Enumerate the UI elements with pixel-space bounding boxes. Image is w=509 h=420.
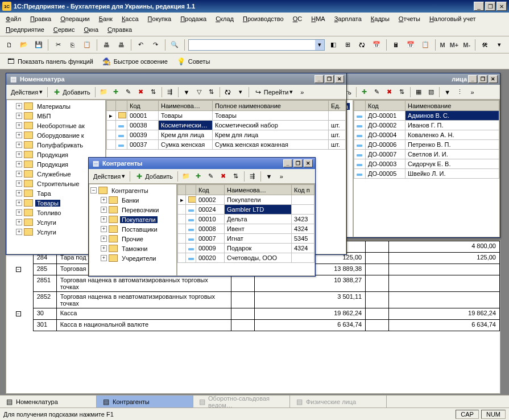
- table-row[interactable]: ДО-00005Швейко Л. И.: [354, 169, 499, 179]
- tree-node[interactable]: +Покупатели: [90, 215, 175, 224]
- hierarchy-icon[interactable]: ⇶: [164, 87, 176, 98]
- edit-icon[interactable]: ✎: [205, 171, 217, 182]
- maximize-button[interactable]: ❐: [325, 75, 334, 83]
- close-button[interactable]: ✕: [496, 2, 507, 11]
- tree-node[interactable]: +Полуфабрикать: [8, 140, 104, 150]
- paste-icon[interactable]: 📋: [81, 39, 93, 51]
- expand-icon[interactable]: +: [16, 229, 22, 235]
- tree-node[interactable]: +Оборудование к: [8, 130, 104, 140]
- menu-item[interactable]: Отчеты: [396, 15, 423, 23]
- expand-icon[interactable]: +: [101, 236, 107, 242]
- expand-icon[interactable]: +: [101, 197, 107, 203]
- window-tab[interactable]: ▤Контрагенты: [97, 396, 193, 407]
- settings-icon[interactable]: 🛠: [479, 39, 491, 51]
- tree-node[interactable]: +Материалы: [8, 101, 104, 111]
- maximize-button[interactable]: ❐: [478, 75, 487, 83]
- add-button[interactable]: ✚Добавить: [133, 171, 175, 182]
- calendar-icon[interactable]: 📅: [371, 39, 383, 51]
- tree-node[interactable]: +Таможни: [90, 244, 175, 253]
- counterparties-tree[interactable]: −Контрагенты+Банки+Перевозчики+Покупател…: [89, 184, 177, 276]
- filter-icon[interactable]: ▼: [442, 87, 453, 98]
- copy-icon[interactable]: ⎘: [67, 39, 78, 51]
- calendar2-icon[interactable]: 📅: [405, 39, 417, 51]
- table-row[interactable]: ДО-00001Админов В. С.: [354, 111, 499, 121]
- expand-icon[interactable]: +: [101, 216, 107, 223]
- expand-icon[interactable]: +: [16, 113, 22, 119]
- more-icon[interactable]: »: [296, 87, 308, 98]
- actions-menu[interactable]: Действия ▾: [91, 171, 127, 181]
- m-button[interactable]: M: [439, 42, 446, 48]
- table-row[interactable]: 00039Крем для лицаКрем для лицашт.: [107, 130, 346, 140]
- table-row[interactable]: 00024Gambler LTD: [178, 205, 314, 215]
- window-tab[interactable]: ▤Физические лица: [290, 396, 387, 407]
- tree-node[interactable]: +Перевозчики: [90, 205, 175, 215]
- delete-icon[interactable]: ✖: [218, 171, 229, 182]
- chevron-down-icon[interactable]: ▾: [494, 39, 506, 51]
- toolbar-icon[interactable]: ▧: [425, 87, 437, 98]
- search-combo[interactable]: ▾: [188, 39, 325, 51]
- table-row[interactable]: ▸00002Покупатели: [178, 195, 314, 205]
- tree-node[interactable]: +Банки: [90, 195, 175, 205]
- menu-item[interactable]: Склад: [213, 15, 236, 23]
- close-button[interactable]: ✕: [304, 159, 313, 167]
- cut-icon[interactable]: ✂: [52, 39, 64, 51]
- table-row[interactable]: ДО-00007Светлов И. И.: [354, 150, 499, 159]
- filter-icon[interactable]: ▼: [263, 171, 275, 182]
- menu-item[interactable]: Производство: [241, 15, 286, 23]
- refresh-icon[interactable]: 🗘: [222, 87, 234, 98]
- filter-off-icon[interactable]: ▽: [193, 87, 205, 98]
- add-icon[interactable]: ✚: [110, 87, 122, 98]
- menu-item[interactable]: Касса: [119, 15, 141, 23]
- expand-icon[interactable]: +: [101, 245, 107, 252]
- expand-icon[interactable]: +: [16, 103, 22, 109]
- menu-item[interactable]: Банк: [97, 15, 115, 23]
- table-row[interactable]: ДО-00004Коваленко А. Н.: [354, 130, 499, 140]
- menu-item[interactable]: Предприятие: [3, 26, 47, 34]
- menu-item[interactable]: Продажа: [178, 15, 209, 23]
- mark-icon[interactable]: ⇅: [230, 171, 242, 182]
- filter-icon[interactable]: ▼: [181, 87, 192, 98]
- expand-icon[interactable]: +: [16, 161, 22, 167]
- menu-item[interactable]: Файл: [3, 15, 23, 23]
- delete-icon[interactable]: ✖: [384, 87, 395, 98]
- refresh-icon[interactable]: 🗘: [356, 39, 368, 51]
- menu-item[interactable]: Налоговый учет: [427, 15, 478, 23]
- close-button[interactable]: ✕: [489, 75, 498, 83]
- tree-node[interactable]: +Поставщики: [90, 224, 175, 234]
- ledger-row[interactable]: 2852Торговая наценка в неавтоматизирован…: [6, 292, 500, 308]
- expand-icon[interactable]: +: [16, 180, 22, 187]
- chevron-down-icon[interactable]: ▾: [235, 87, 246, 98]
- table-row[interactable]: 00037Сумка женскаяСумка женская кожанная…: [107, 140, 346, 150]
- expand-icon[interactable]: +: [101, 226, 107, 232]
- calculator-icon[interactable]: 🖩: [390, 39, 402, 51]
- tree-node[interactable]: +Прочие: [90, 234, 175, 244]
- ledger-row[interactable]: 2851Торговая наценка в автоматизированны…: [6, 275, 500, 292]
- m-minus-button[interactable]: M-: [462, 42, 471, 48]
- more-icon[interactable]: »: [467, 87, 478, 98]
- tree-node[interactable]: +МБП: [8, 111, 104, 121]
- toolbar-icon[interactable]: ⋮: [454, 87, 466, 98]
- print-preview-icon[interactable]: 🖶: [115, 39, 127, 51]
- tree-node[interactable]: +Учредители: [90, 253, 175, 263]
- menu-item[interactable]: Сервис: [51, 26, 77, 34]
- window-tab[interactable]: ▤Номенклатура: [0, 396, 97, 407]
- menu-item[interactable]: Окна: [81, 26, 101, 34]
- minimize-button[interactable]: _: [314, 75, 324, 83]
- table-row[interactable]: ДО-00006Петренко В. П.: [354, 140, 499, 150]
- redo-icon[interactable]: ↷: [149, 39, 161, 51]
- expand-icon[interactable]: +: [16, 219, 22, 225]
- table-row[interactable]: 00038Косметически…Косметический наборшт.: [107, 121, 346, 130]
- undo-icon[interactable]: ↶: [135, 39, 147, 51]
- window-counterparties[interactable]: ▤ Контрагенты _ ❐ ✕ Действия ▾ ✚Добавить…: [88, 157, 316, 277]
- collapse-icon[interactable]: −: [16, 311, 21, 316]
- collapse-icon[interactable]: −: [90, 187, 97, 193]
- add-icon[interactable]: ✚: [193, 171, 204, 182]
- menu-item[interactable]: Кадры: [369, 15, 392, 23]
- menu-item[interactable]: Покупка: [146, 15, 174, 23]
- menu-item[interactable]: ОС: [291, 15, 305, 23]
- show-functions-panel-button[interactable]: 🗔 Показать панель функций: [3, 55, 96, 68]
- expand-icon[interactable]: +: [16, 209, 22, 216]
- add-group-icon[interactable]: 📁: [98, 87, 109, 98]
- goto-button[interactable]: ↪Перейти ▾: [251, 87, 296, 98]
- ledger-row[interactable]: −30Касса19 862,2419 862,24: [6, 308, 500, 320]
